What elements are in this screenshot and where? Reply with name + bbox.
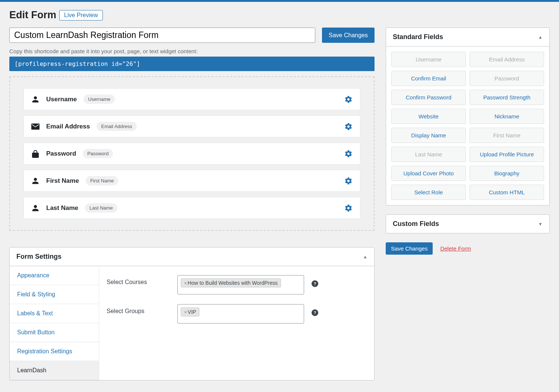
field-placeholder-pill: First Name — [86, 176, 119, 185]
field-label: Password — [46, 150, 76, 157]
standard-field-option[interactable]: Website — [391, 109, 466, 124]
setting-row: Select Groups×VIP? — [107, 304, 367, 324]
field-placeholder-pill: Username — [83, 95, 115, 104]
form-field-block[interactable]: Last NameLast Name — [23, 197, 360, 219]
form-field-block[interactable]: First NameFirst Name — [23, 170, 360, 192]
field-label: Last Name — [46, 204, 78, 212]
form-settings-toggle[interactable]: Form Settings ▲ — [10, 248, 374, 266]
custom-fields-title: Custom Fields — [393, 220, 439, 228]
gear-icon[interactable] — [344, 150, 353, 158]
settings-tab[interactable]: Field & Styling — [10, 285, 99, 304]
standard-field-option[interactable]: Upload Profile Picture — [470, 147, 544, 162]
side-save-button[interactable]: Save Changes — [386, 242, 433, 255]
settings-tab[interactable]: Submit Button — [10, 323, 99, 342]
form-fields-dropzone[interactable]: UsernameUsernameEmail AddressEmail Addre… — [9, 76, 375, 231]
gear-icon[interactable] — [344, 95, 353, 103]
lock-icon — [31, 150, 40, 158]
custom-fields-panel: Custom Fields ▼ — [386, 214, 550, 233]
user-icon — [31, 177, 40, 185]
caret-up-icon: ▲ — [363, 254, 367, 259]
user-icon — [31, 204, 40, 212]
caret-up-icon: ▲ — [538, 35, 543, 40]
delete-form-link[interactable]: Delete Form — [440, 245, 471, 252]
field-placeholder-pill: Password — [83, 149, 113, 158]
settings-tab[interactable]: Registration Settings — [10, 342, 99, 361]
standard-field-option[interactable]: Confirm Email — [391, 71, 466, 86]
gear-icon[interactable] — [344, 122, 353, 131]
form-title-input[interactable] — [9, 28, 315, 43]
form-field-block[interactable]: UsernameUsername — [23, 88, 360, 110]
standard-field-option: Email Address — [470, 52, 544, 67]
standard-fields-grid: UsernameEmail AddressConfirm EmailPasswo… — [386, 47, 549, 205]
standard-field-option[interactable]: Confirm Password — [391, 90, 466, 105]
form-field-block[interactable]: Email AddressEmail Address — [23, 115, 360, 137]
standard-fields-toggle[interactable]: Standard Fields ▲ — [386, 28, 549, 47]
form-field-block[interactable]: PasswordPassword — [23, 143, 360, 165]
custom-fields-toggle[interactable]: Custom Fields ▼ — [386, 215, 549, 233]
mail-icon — [31, 123, 40, 130]
standard-field-option: Last Name — [391, 147, 466, 162]
standard-field-option[interactable]: Upload Cover Photo — [391, 166, 466, 181]
settings-tabs: AppearanceField & StylingLabels & TextSu… — [10, 266, 99, 380]
standard-field-option: Password — [470, 71, 544, 86]
settings-tab[interactable]: LearnDash — [10, 361, 99, 380]
field-label: First Name — [46, 177, 79, 185]
settings-tab[interactable]: Labels & Text — [10, 304, 99, 323]
field-label: Email Address — [46, 123, 90, 130]
standard-field-option: Username — [391, 52, 466, 67]
standard-field-option[interactable]: Custom HTML — [470, 185, 544, 200]
page-title: Edit Form — [9, 9, 56, 21]
save-changes-button[interactable]: Save Changes — [322, 28, 375, 43]
live-preview-button[interactable]: Live Preview — [59, 10, 103, 20]
shortcode-help-text: Copy this shortcode and paste it into yo… — [9, 48, 375, 54]
settings-tab[interactable]: Appearance — [10, 266, 99, 285]
gear-icon[interactable] — [344, 177, 353, 185]
selected-tag[interactable]: ×VIP — [181, 307, 199, 316]
standard-field-option[interactable]: Biography — [470, 166, 544, 181]
setting-row: Select Courses×How to Build Websites wit… — [107, 275, 367, 294]
selected-tag[interactable]: ×How to Build Websites with WordPress — [181, 278, 281, 287]
remove-tag-icon[interactable]: × — [184, 309, 187, 315]
caret-down-icon: ▼ — [538, 222, 543, 227]
standard-field-option[interactable]: Password Strength — [470, 90, 544, 105]
user-icon — [31, 96, 40, 103]
standard-field-option[interactable]: Select Role — [391, 185, 466, 200]
help-icon[interactable]: ? — [312, 280, 318, 287]
standard-field-option[interactable]: Nickname — [470, 109, 544, 124]
standard-field-option[interactable]: Display Name — [391, 128, 466, 143]
shortcode-display[interactable]: [profilepress-registration id="26"] — [9, 57, 375, 71]
setting-label: Select Groups — [107, 304, 170, 315]
standard-field-option: First Name — [470, 128, 544, 143]
page-header: Edit Form Live Preview — [9, 9, 550, 21]
field-label: Username — [46, 96, 77, 103]
remove-tag-icon[interactable]: × — [184, 280, 187, 286]
gear-icon[interactable] — [344, 204, 353, 212]
form-settings-panel: Form Settings ▲ AppearanceField & Stylin… — [9, 247, 375, 380]
standard-fields-panel: Standard Fields ▲ UsernameEmail AddressC… — [386, 28, 550, 205]
setting-label: Select Courses — [107, 275, 170, 286]
tag-select-input[interactable]: ×VIP — [177, 304, 304, 324]
field-placeholder-pill: Last Name — [85, 203, 117, 213]
settings-tab-content: Select Courses×How to Build Websites wit… — [99, 266, 374, 380]
standard-fields-title: Standard Fields — [393, 33, 443, 41]
tag-select-input[interactable]: ×How to Build Websites with WordPress — [177, 275, 304, 294]
help-icon[interactable]: ? — [312, 309, 318, 316]
field-placeholder-pill: Email Address — [97, 122, 136, 131]
form-settings-title: Form Settings — [16, 253, 61, 261]
